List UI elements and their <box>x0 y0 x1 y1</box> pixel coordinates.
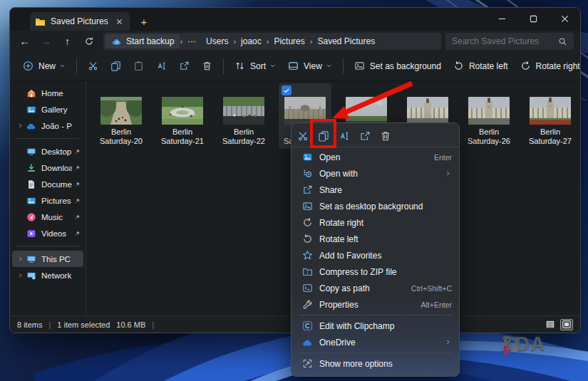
context-menu-item-share[interactable]: Share <box>292 182 459 198</box>
chevron-down-icon <box>59 63 66 69</box>
search-icon <box>558 37 567 46</box>
rename-button[interactable] <box>150 56 172 77</box>
context-menu-item-open[interactable]: Open Enter <box>292 149 459 165</box>
cut-button[interactable] <box>82 56 104 77</box>
pin-icon <box>72 148 81 155</box>
pictures-icon <box>25 196 37 206</box>
chevron-right-icon[interactable] <box>16 272 25 278</box>
up-button[interactable]: ↑ <box>57 32 78 51</box>
sidebar-item-videos[interactable]: Videos <box>12 225 83 241</box>
tab-saved-pictures[interactable]: Saved Pictures <box>30 12 130 31</box>
cut-icon <box>88 61 98 71</box>
address-bar[interactable]: Start backup › ··· Users › joaoc › Pictu… <box>103 33 441 50</box>
file-name: BerlinSaturday-21 <box>156 127 209 146</box>
share-button[interactable] <box>173 56 195 77</box>
file-thumbnail <box>346 97 387 125</box>
sidebar-item-music[interactable]: Music <box>12 209 83 225</box>
context-menu-item-compress-to-zip[interactable]: Compress to ZIP file <box>292 263 459 280</box>
search-box[interactable] <box>445 33 574 50</box>
open-image-icon <box>301 152 313 162</box>
chevron-down-icon <box>269 63 276 69</box>
folder-icon <box>35 17 46 26</box>
share-icon-button[interactable] <box>359 130 371 142</box>
new-tab-button[interactable]: + <box>135 13 153 30</box>
sidebar-item-gallery[interactable]: Gallery <box>12 101 83 118</box>
share-icon <box>301 184 313 195</box>
selection-checkbox[interactable] <box>282 85 292 95</box>
rotate-left-icon <box>453 61 464 71</box>
delete-button[interactable] <box>196 56 218 77</box>
context-menu-item-onedrive[interactable]: OneDrive <box>292 334 459 350</box>
minimize-button[interactable] <box>486 8 517 29</box>
sidebar: Home Gallery João - Personal Desktop <box>10 80 86 315</box>
thumbnail-view-button[interactable] <box>560 319 573 330</box>
sort-button[interactable]: Sort <box>229 56 282 77</box>
file-tile-berlin-saturday-22[interactable]: BerlinSaturday-22 <box>217 83 270 149</box>
view-toggles <box>544 319 573 330</box>
file-tile-berlin-saturday-26[interactable]: BerlinSaturday-26 <box>463 83 515 149</box>
breadcrumb-users[interactable]: Users <box>201 36 233 46</box>
new-button[interactable]: New <box>17 56 71 77</box>
onedrive-sync-icon <box>111 37 122 46</box>
context-menu-item-copy-as-path[interactable]: Copy as path Ctrl+Shift+C <box>292 280 459 296</box>
onedrive-cloud-icon <box>25 122 37 130</box>
copy-icon-button[interactable] <box>318 130 329 142</box>
sidebar-item-home[interactable]: Home <box>12 85 83 101</box>
context-menu-item-edit-with-clipchamp[interactable]: Edit with Clipchamp <box>292 318 459 334</box>
context-menu-item-properties[interactable]: Properties Alt+Enter <box>292 296 459 313</box>
toolbar-separator <box>76 58 77 74</box>
copy-button[interactable] <box>105 56 127 77</box>
context-menu-icon-row <box>292 125 459 147</box>
breadcrumb-joaoc[interactable]: joaoc <box>236 36 267 46</box>
this-pc-icon <box>25 254 37 264</box>
context-menu-item-set-as-desktop-background[interactable]: Set as desktop background <box>292 198 459 214</box>
file-name: BerlinSaturday-27 <box>524 127 577 146</box>
context-menu-item-add-to-favorites[interactable]: Add to Favorites <box>292 247 459 263</box>
file-tile-berlin-saturday-20[interactable]: BerlinSaturday-20 <box>95 83 148 149</box>
paste-button[interactable] <box>128 56 150 77</box>
file-tile-berlin-saturday-21[interactable]: BerlinSaturday-21 <box>156 83 209 149</box>
details-view-button[interactable] <box>544 319 557 330</box>
file-name: BerlinSaturday-20 <box>95 127 148 146</box>
start-backup-button[interactable]: Start backup <box>105 34 180 48</box>
file-tile-berlin-saturday-27[interactable]: BerlinSaturday-27 <box>524 83 577 149</box>
rename-icon-button[interactable] <box>339 130 350 142</box>
file-name: BerlinSaturday-26 <box>463 127 515 146</box>
close-button[interactable] <box>549 8 580 29</box>
breadcrumb-pictures[interactable]: Pictures <box>269 36 309 46</box>
rotate-right-button[interactable]: Rotate right <box>515 56 581 77</box>
refresh-button[interactable] <box>78 32 99 51</box>
back-button[interactable]: ← <box>14 32 35 51</box>
tab-close-icon[interactable] <box>113 16 125 27</box>
context-menu-item-open-with[interactable]: Open with <box>292 165 459 182</box>
breadcrumb-overflow[interactable]: ··· <box>182 36 201 46</box>
sidebar-item-pictures[interactable]: Pictures <box>12 192 83 209</box>
sidebar-item-this-pc[interactable]: This PC <box>12 251 83 267</box>
music-icon <box>25 212 37 222</box>
sidebar-item-onedrive-personal[interactable]: João - Personal <box>12 118 83 134</box>
cut-icon-button[interactable] <box>297 130 309 142</box>
context-menu-item-rotate-right[interactable]: Rotate right <box>292 214 459 231</box>
delete-icon-button[interactable] <box>380 130 391 142</box>
chevron-right-icon[interactable] <box>16 122 25 129</box>
view-button[interactable]: View <box>282 56 338 77</box>
sidebar-item-documents[interactable]: Documents <box>12 176 83 192</box>
chevron-right-icon[interactable] <box>16 256 25 262</box>
forward-button[interactable]: → <box>36 32 56 51</box>
pin-icon <box>72 214 81 221</box>
breadcrumb-saved-pictures[interactable]: Saved Pictures <box>312 36 380 46</box>
file-thumbnail <box>223 97 264 125</box>
maximize-button[interactable] <box>517 8 549 29</box>
sidebar-item-network[interactable]: Network <box>12 267 83 283</box>
sidebar-item-downloads[interactable]: Downloads <box>12 160 83 176</box>
rotate-left-icon <box>301 234 313 244</box>
search-input[interactable] <box>452 36 558 46</box>
context-menu-item-rotate-left[interactable]: Rotate left <box>292 231 459 247</box>
set-as-background-button[interactable]: Set as background <box>349 56 447 77</box>
rotate-left-button[interactable]: Rotate left <box>448 56 514 77</box>
context-menu-item-show-more-options[interactable]: Show more options <box>292 355 459 372</box>
start-backup-label: Start backup <box>126 36 174 46</box>
downloads-icon <box>25 163 37 173</box>
sidebar-separator <box>16 246 79 246</box>
sidebar-item-desktop[interactable]: Desktop <box>12 143 83 160</box>
